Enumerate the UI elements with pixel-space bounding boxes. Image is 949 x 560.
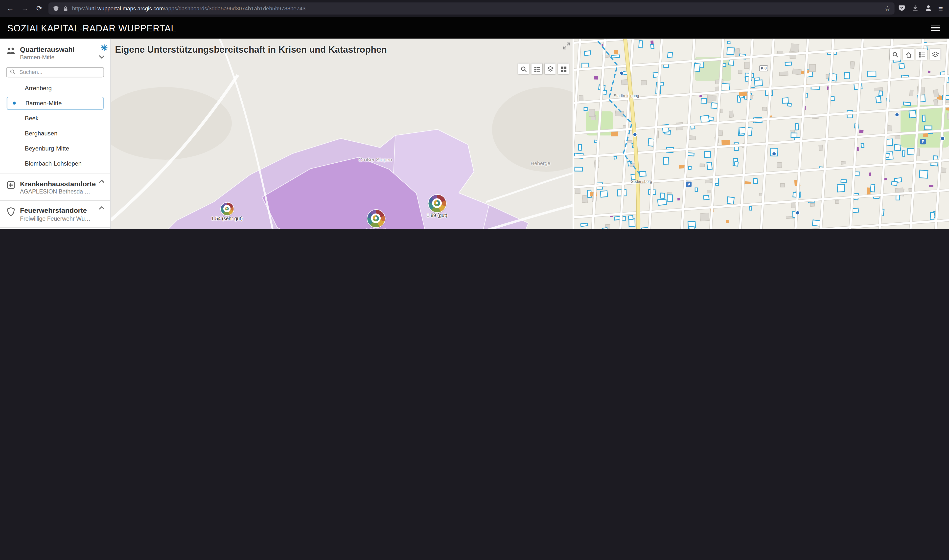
section-title: Feuerwehrstandorte <box>20 206 91 215</box>
pie-marker[interactable] <box>428 194 446 212</box>
list-item-label: Blombach-Lohsiepen <box>25 160 82 167</box>
search-icon[interactable] <box>518 63 529 74</box>
back-button[interactable]: ← <box>5 3 16 14</box>
forward-button[interactable]: → <box>19 3 30 14</box>
basemap-grid-icon[interactable] <box>558 63 569 74</box>
section-title: Krankenhausstandorte <box>20 179 96 188</box>
selected-bullet <box>12 102 15 104</box>
chevron-up-icon[interactable] <box>99 211 105 215</box>
expand-panel-icon[interactable] <box>563 41 570 48</box>
choropleth-map[interactable]: Eigene Unterstützungsbereitschaft in Kri… <box>111 39 572 229</box>
sidebar-list-item[interactable]: Beyenburg-Mitte <box>0 141 110 156</box>
sidebar-list-item[interactable]: Blombach-Lohsiepen <box>0 156 110 171</box>
quartier-search-input[interactable] <box>18 68 100 75</box>
hospital-icon <box>6 180 15 190</box>
browser-chrome: ← → ⟳ https://uni-wuppertal.maps.arcgis.… <box>0 0 949 17</box>
pie-marker[interactable] <box>367 209 384 227</box>
section-subtitle: AGAPLESION Bethesda Kra... <box>20 188 91 195</box>
url-text[interactable]: https://uni-wuppertal.maps.arcgis.com/ap… <box>72 5 881 11</box>
divider <box>0 174 110 174</box>
map-toolbar <box>518 63 569 74</box>
account-icon[interactable] <box>925 3 932 14</box>
section-krankenhausstandorte[interactable]: Krankenhausstandorte AGAPLESION Bethesda… <box>0 177 110 198</box>
street-map-toolbar <box>890 49 941 60</box>
reload-button[interactable]: ⟳ <box>34 3 45 14</box>
section-subtitle: Barmen-Mitte <box>20 54 75 62</box>
address-bar[interactable]: https://uni-wuppertal.maps.arcgis.com/ap… <box>48 3 895 15</box>
svg-text:P: P <box>922 140 924 144</box>
street-map[interactable]: PPPPPP K 8K 19L 217B 7B 7L 217 Stadtrein… <box>574 39 949 229</box>
sidebar-list-item[interactable]: Beek <box>0 111 110 126</box>
legend-icon[interactable] <box>531 63 542 74</box>
divider <box>0 200 110 201</box>
chevron-down-icon[interactable] <box>99 50 105 54</box>
quartier-list: ArrenbergBarmen-MitteBeekBerghausenBeyen… <box>0 80 110 171</box>
svg-text:P: P <box>688 182 690 186</box>
map-title: Eigene Unterstützungsbereitschaft in Kri… <box>115 44 387 55</box>
list-item-label: Beyenburg-Mitte <box>25 145 69 152</box>
quartier-search[interactable] <box>6 67 104 77</box>
list-item-label: Beek <box>25 115 39 122</box>
sidebar: Quartierauswahl Barmen-Mitte ArrenbergBa… <box>0 39 111 229</box>
list-item-label: Berghausen <box>25 130 57 137</box>
app-window: ← → ⟳ https://uni-wuppertal.maps.arcgis.… <box>0 0 949 229</box>
street-map-panel: PPPPPP K 8K 19L 217B 7B 7L 217 Stadtrein… <box>574 39 949 229</box>
pocket-icon[interactable] <box>898 3 906 14</box>
list-item-label: Barmen-Mitte <box>25 100 62 106</box>
legend-icon[interactable] <box>917 49 927 60</box>
browser-menu-icon[interactable]: ≡ <box>938 5 943 12</box>
layers-icon[interactable] <box>930 49 941 60</box>
list-item-label: Arrenberg <box>25 85 52 91</box>
dashboard-menu-icon[interactable] <box>929 23 941 33</box>
dashboard-header: SOZIALKAPITAL-RADAR WUPPERTAL <box>0 17 949 39</box>
shield-icon <box>6 207 15 217</box>
shield-icon[interactable] <box>53 5 59 12</box>
section-quartierauswahl[interactable]: Quartierauswahl Barmen-Mitte <box>0 42 110 64</box>
choropleth-panel: Eigene Unterstützungsbereitschaft in Kri… <box>111 39 574 229</box>
section-title: Quartierauswahl <box>20 46 75 54</box>
search-icon <box>10 69 15 75</box>
bookmark-star-icon[interactable]: ☆ <box>884 5 890 12</box>
page-title: SOZIALKAPITAL-RADAR WUPPERTAL <box>7 23 176 33</box>
sidebar-list-item[interactable]: Berghausen <box>0 126 110 141</box>
sidebar-list-item[interactable]: Arrenberg <box>0 80 110 95</box>
divider <box>0 228 110 228</box>
neighborhood-icon <box>6 46 15 55</box>
sidebar-list-item[interactable]: Barmen-Mitte <box>7 97 103 109</box>
search-icon[interactable] <box>890 49 901 60</box>
section-feuerwehrstandorte[interactable]: Feuerwehrstandorte Freiwillige Feuerwehr… <box>0 203 110 225</box>
layers-icon[interactable] <box>545 63 556 74</box>
download-icon[interactable] <box>912 3 919 14</box>
lock-icon[interactable] <box>62 5 69 12</box>
browser-actions: ≡ <box>898 3 944 14</box>
home-icon[interactable] <box>903 49 914 60</box>
section-subtitle: Freiwillige Feuerwehr Wuppe... <box>20 215 91 223</box>
chevron-up-icon[interactable] <box>99 185 105 188</box>
